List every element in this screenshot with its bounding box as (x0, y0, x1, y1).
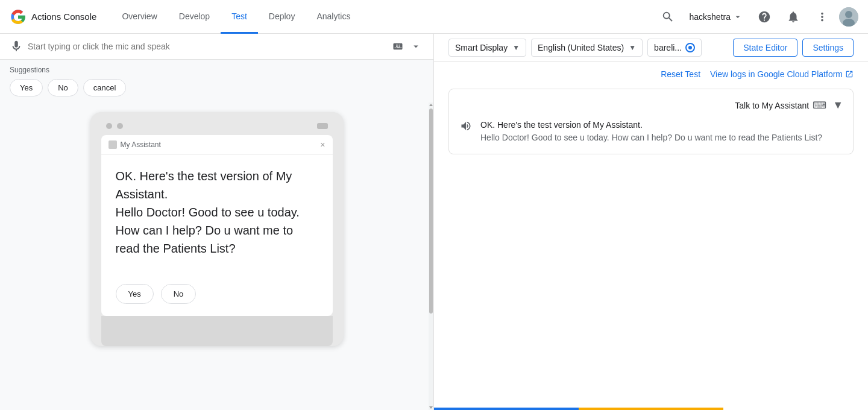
screen-app-icon (108, 140, 117, 149)
svg-point-1 (845, 11, 852, 18)
mic-button[interactable] (10, 40, 23, 53)
suggestion-no[interactable]: No (48, 79, 78, 96)
search-button[interactable] (656, 5, 680, 29)
right-actions: Reset Test View logs in Google Cloud Pla… (448, 69, 854, 79)
avatar-icon (839, 7, 858, 27)
nav-right-actions: hackshetra (656, 5, 858, 29)
notifications-button[interactable] (781, 5, 805, 29)
device-message: OK. Here's the test version of My Assist… (116, 167, 318, 257)
device-screen: My Assistant × OK. Here's the test versi… (101, 135, 333, 316)
controls-right (317, 123, 328, 129)
device-yes-button[interactable]: Yes (116, 284, 154, 304)
more-vert-icon (816, 10, 829, 24)
talk-assistant-text: Talk to My Assistant (735, 101, 809, 110)
conversation-header: Talk to My Assistant ⌨ ▼ (459, 99, 843, 112)
smart-display-device: My Assistant × OK. Here's the test versi… (90, 112, 344, 346)
logo-area: Actions Console (10, 8, 96, 25)
right-toolbar: Smart Display ▼ English (United States) … (434, 34, 868, 62)
keyboard-icon (392, 41, 403, 52)
suggestions-area: Suggestions Yes No cancel (0, 60, 433, 102)
controls-left (106, 123, 123, 129)
avatar[interactable] (839, 7, 858, 27)
accent-blue (434, 408, 579, 410)
nav-overview[interactable]: Overview (111, 0, 168, 34)
state-editor-button[interactable]: State Editor (733, 39, 797, 57)
screen-title-text: My Assistant (121, 140, 161, 149)
device-selector[interactable]: Smart Display ▼ (448, 39, 526, 57)
app-title: Actions Console (31, 11, 96, 22)
volume-button[interactable] (459, 119, 473, 133)
google-logo-icon (10, 8, 27, 25)
nav-links: Overview Develop Test Deploy Analytics (111, 0, 655, 33)
right-panel: Smart Display ▼ English (United States) … (434, 34, 868, 410)
device-selector-label: Smart Display (455, 43, 508, 52)
left-panel: Suggestions Yes No cancel (0, 34, 434, 410)
screen-content: OK. Here's the test version of My Assist… (101, 155, 333, 284)
view-logs-label: View logs in Google Cloud Platform (710, 69, 843, 79)
more-options-button[interactable] (810, 5, 834, 29)
top-navigation: Actions Console Overview Develop Test De… (0, 0, 868, 34)
volume-icon (460, 120, 472, 132)
nav-analytics[interactable]: Analytics (306, 0, 361, 34)
language-selector-arrow: ▼ (629, 43, 636, 52)
conversation-panel: Talk to My Assistant ⌨ ▼ OK. Here's the … (448, 89, 854, 154)
locale-label: bareli... (654, 43, 682, 52)
suggestion-cancel[interactable]: cancel (83, 79, 127, 96)
mic-icon (10, 40, 23, 53)
input-actions (390, 39, 424, 54)
external-link-icon (845, 70, 854, 78)
scrollbar-thumb[interactable] (429, 109, 433, 314)
scroll-up-icon (429, 102, 433, 107)
control-rect (317, 123, 328, 129)
expand-icon (410, 41, 421, 52)
screen-titlebar: My Assistant × (101, 135, 333, 155)
search-icon (661, 10, 675, 24)
reset-test-button[interactable]: Reset Test (661, 69, 700, 79)
main-layout: Suggestions Yes No cancel (0, 34, 868, 410)
help-icon (758, 10, 771, 24)
screen-title-left: My Assistant (108, 140, 161, 149)
device-base (101, 316, 333, 346)
keyboard-icon: ⌨ (813, 99, 826, 111)
control-dot-2 (117, 123, 123, 129)
right-content: Reset Test View logs in Google Cloud Pla… (434, 62, 868, 410)
account-selector[interactable]: hackshetra (685, 10, 747, 24)
device-display-area: My Assistant × OK. Here's the test versi… (0, 102, 433, 410)
language-selector[interactable]: English (United States) ▼ (531, 39, 643, 57)
nav-develop[interactable]: Develop (168, 0, 221, 34)
talk-assistant-label: Talk to My Assistant ⌨ ▼ (735, 99, 843, 112)
device-selector-arrow: ▼ (512, 43, 520, 52)
bell-icon (787, 10, 800, 24)
nav-deploy[interactable]: Deploy (258, 0, 306, 34)
locale-selector[interactable]: bareli... (647, 39, 702, 57)
accent-orange (579, 408, 723, 410)
suggestion-yes[interactable]: Yes (10, 79, 43, 96)
conversation-message: OK. Here's the test version of My Assist… (459, 119, 843, 144)
language-selector-label: English (United States) (538, 43, 624, 52)
conv-line1: OK. Here's the test version of My Assist… (480, 119, 822, 131)
help-button[interactable] (752, 5, 776, 29)
scroll-down-button[interactable] (429, 405, 433, 410)
suggestions-chips: Yes No cancel (10, 79, 424, 96)
screen-action-buttons: Yes No (101, 284, 333, 316)
scrollbar-track (429, 102, 433, 410)
conversation-text: OK. Here's the test version of My Assist… (480, 119, 822, 144)
keyboard-input-button[interactable] (390, 39, 406, 54)
account-name: hackshetra (690, 12, 731, 22)
screen-close-button[interactable]: × (320, 140, 325, 150)
settings-button[interactable]: Settings (802, 39, 854, 57)
device-no-button[interactable]: No (161, 284, 197, 304)
query-input[interactable] (28, 42, 385, 51)
account-dropdown-icon (733, 12, 743, 22)
conversation-expand-button[interactable]: ▼ (832, 99, 843, 112)
nav-test[interactable]: Test (221, 0, 258, 34)
scroll-up-button[interactable] (429, 102, 433, 107)
device-controls (101, 123, 333, 129)
view-logs-link[interactable]: View logs in Google Cloud Platform (710, 69, 854, 79)
input-expand-button[interactable] (408, 39, 424, 54)
target-icon (685, 43, 695, 52)
input-bar (0, 34, 433, 60)
control-dot-1 (106, 123, 112, 129)
scroll-down-icon (429, 405, 433, 410)
suggestions-label: Suggestions (10, 66, 424, 74)
